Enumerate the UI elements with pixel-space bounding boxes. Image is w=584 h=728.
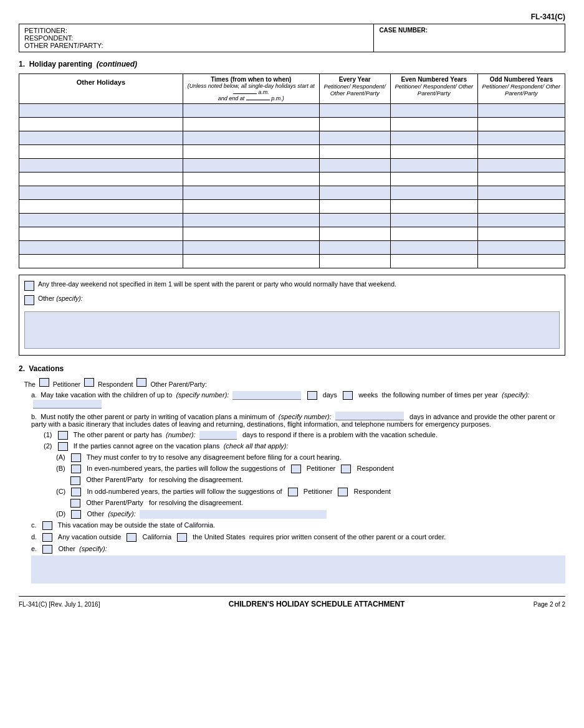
cell-row6-col3[interactable] <box>390 186 477 200</box>
cell-row0-col2[interactable] <box>319 104 390 118</box>
cell-row6-col2[interactable] <box>319 186 390 200</box>
checkbox-bB-other[interactable] <box>70 476 80 485</box>
cell-row10-col3[interactable] <box>390 241 477 255</box>
cell-row3-col0[interactable] <box>19 145 183 159</box>
checkbox-b2[interactable] <box>58 442 68 451</box>
cell-row9-col4[interactable] <box>477 227 565 241</box>
cell-row5-col3[interactable] <box>390 173 477 186</box>
cell-row11-col3[interactable] <box>390 255 477 268</box>
cell-row4-col4[interactable] <box>477 159 565 173</box>
cell-row4-col1[interactable] <box>183 159 319 173</box>
cell-row5-col0[interactable] <box>19 173 183 186</box>
cell-row11-col1[interactable] <box>183 255 319 268</box>
cell-row7-col2[interactable] <box>319 200 390 214</box>
cell-row8-col0[interactable] <box>19 214 183 227</box>
checkbox-c[interactable] <box>42 521 52 530</box>
cell-row7-col4[interactable] <box>477 200 565 214</box>
cell-row8-col1[interactable] <box>183 214 319 227</box>
checkbox-d-california[interactable] <box>127 533 136 542</box>
cell-row10-col4[interactable] <box>477 241 565 255</box>
cell-row8-col2[interactable] <box>319 214 390 227</box>
cell-row1-col0[interactable] <box>19 118 183 131</box>
cell-row3-col3[interactable] <box>390 145 477 159</box>
cell-row0-col3[interactable] <box>390 104 477 118</box>
cell-row7-col0[interactable] <box>19 200 183 214</box>
vac-b1-number-field[interactable] <box>199 431 237 440</box>
footer: FL-341(C) [Rev. July 1, 2016] CHILDREN'S… <box>19 596 565 608</box>
cell-row3-col1[interactable] <box>183 145 319 159</box>
cell-row5-col1[interactable] <box>183 173 319 186</box>
cell-row0-col0[interactable] <box>19 104 183 118</box>
checkbox-bB-petitioner[interactable] <box>291 465 301 473</box>
vac-e-specify-field[interactable] <box>31 555 565 584</box>
checkbox-bC-petitioner[interactable] <box>288 488 298 496</box>
cell-row10-col1[interactable] <box>183 241 319 255</box>
cell-row7-col3[interactable] <box>390 200 477 214</box>
cell-row10-col0[interactable] <box>19 241 183 255</box>
cell-row9-col3[interactable] <box>390 227 477 241</box>
cell-row2-col4[interactable] <box>477 131 565 145</box>
cell-row4-col0[interactable] <box>19 159 183 173</box>
vac-b-number-field[interactable] <box>335 412 404 420</box>
vac-bA-text: They must confer to try to resolve any d… <box>87 453 342 461</box>
checkbox-bA[interactable] <box>71 453 81 462</box>
petitioner-label: PETITIONER: <box>24 27 368 34</box>
checkbox-d-us[interactable] <box>177 533 187 542</box>
cell-row9-col2[interactable] <box>319 227 390 241</box>
checkbox-petitioner[interactable] <box>39 378 49 387</box>
cell-row0-col1[interactable] <box>183 104 319 118</box>
cell-row0-col4[interactable] <box>477 104 565 118</box>
vac-bD-specify-field[interactable] <box>140 510 327 519</box>
cell-row2-col1[interactable] <box>183 131 319 145</box>
cell-row2-col3[interactable] <box>390 131 477 145</box>
cell-row9-col0[interactable] <box>19 227 183 241</box>
col-every-header: Every Year Petitioner/ Respondent/ Other… <box>319 74 390 104</box>
table-row <box>19 118 565 131</box>
cell-row2-col0[interactable] <box>19 131 183 145</box>
checkbox-d[interactable] <box>42 533 52 542</box>
cell-row2-col2[interactable] <box>319 131 390 145</box>
checkbox-bB[interactable] <box>71 465 81 473</box>
cell-row9-col1[interactable] <box>183 227 319 241</box>
cell-row6-col1[interactable] <box>183 186 319 200</box>
cell-row1-col1[interactable] <box>183 118 319 131</box>
cell-row6-col4[interactable] <box>477 186 565 200</box>
cell-row7-col1[interactable] <box>183 200 319 214</box>
cell-row8-col3[interactable] <box>390 214 477 227</box>
cell-row8-col4[interactable] <box>477 214 565 227</box>
vac-e-italic: (specify): <box>79 545 107 552</box>
cell-row11-col4[interactable] <box>477 255 565 268</box>
cell-row3-col2[interactable] <box>319 145 390 159</box>
checkbox-bC[interactable] <box>71 488 81 496</box>
cell-row4-col2[interactable] <box>319 159 390 173</box>
checkbox-bB-respondent[interactable] <box>341 465 351 473</box>
cell-row1-col4[interactable] <box>477 118 565 131</box>
cell-row1-col3[interactable] <box>390 118 477 131</box>
cell-row6-col0[interactable] <box>19 186 183 200</box>
cell-row1-col2[interactable] <box>319 118 390 131</box>
checkbox2[interactable] <box>24 295 34 305</box>
checkbox-days[interactable] <box>307 391 317 400</box>
col-times-header: Times (from when to when) (Unless noted … <box>183 74 319 104</box>
other-holidays-label: Other Holidays <box>22 76 180 86</box>
checkbox-weeks[interactable] <box>343 391 353 400</box>
cell-row5-col2[interactable] <box>319 173 390 186</box>
cell-row10-col2[interactable] <box>319 241 390 255</box>
checkbox-bC-respondent[interactable] <box>338 488 348 496</box>
other-specify-textarea[interactable] <box>24 311 560 349</box>
cell-row11-col2[interactable] <box>319 255 390 268</box>
checkbox-b1[interactable] <box>58 431 68 440</box>
checkbox-bC-other[interactable] <box>70 499 80 508</box>
vac-a-number-field[interactable] <box>232 391 301 400</box>
checkbox-bD[interactable] <box>71 510 81 519</box>
cell-row11-col0[interactable] <box>19 255 183 268</box>
checkbox-respondent[interactable] <box>84 378 94 387</box>
checkbox-e[interactable] <box>42 545 52 554</box>
cell-row5-col4[interactable] <box>477 173 565 186</box>
cell-row3-col4[interactable] <box>477 145 565 159</box>
col-even-header: Even Numbered Years Petitioner/ Responde… <box>390 74 477 104</box>
vac-a-specify-field[interactable] <box>33 400 102 409</box>
cell-row4-col3[interactable] <box>390 159 477 173</box>
checkbox-other-parent[interactable] <box>136 378 146 387</box>
checkbox1[interactable] <box>24 281 34 291</box>
